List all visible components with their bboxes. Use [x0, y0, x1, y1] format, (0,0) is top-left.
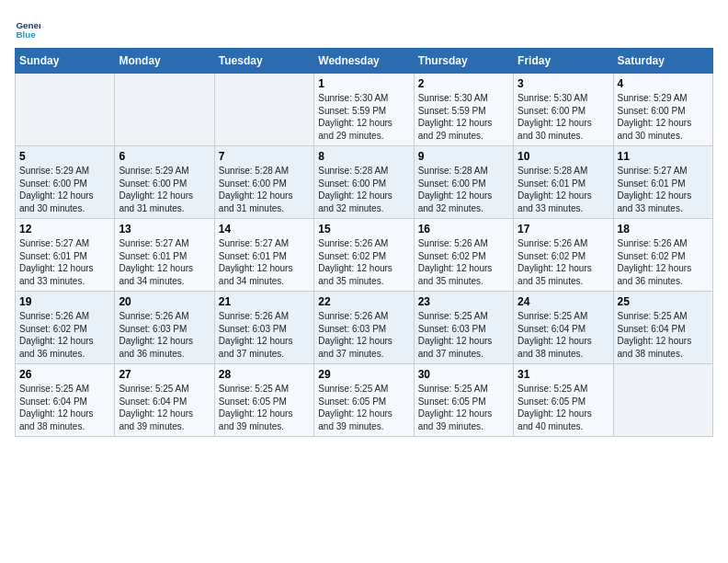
calendar-cell: 16Sunrise: 5:26 AM Sunset: 6:02 PM Dayli…	[414, 219, 513, 292]
day-info: Sunrise: 5:26 AM Sunset: 6:03 PM Dayligh…	[119, 310, 210, 360]
day-number: 4	[618, 77, 709, 90]
day-info: Sunrise: 5:28 AM Sunset: 6:01 PM Dayligh…	[518, 165, 609, 214]
day-number: 31	[518, 368, 609, 381]
day-info: Sunrise: 5:29 AM Sunset: 6:00 PM Dayligh…	[19, 165, 110, 214]
day-info: Sunrise: 5:30 AM Sunset: 5:59 PM Dayligh…	[418, 92, 509, 142]
header-day-saturday: Saturday	[613, 49, 712, 74]
calendar-header-row: SundayMondayTuesdayWednesdayThursdayFrid…	[16, 49, 713, 74]
day-info: Sunrise: 5:25 AM Sunset: 6:04 PM Dayligh…	[119, 383, 210, 432]
day-number: 9	[418, 150, 509, 163]
day-number: 27	[119, 368, 210, 381]
day-info: Sunrise: 5:25 AM Sunset: 6:04 PM Dayligh…	[19, 383, 110, 432]
day-info: Sunrise: 5:25 AM Sunset: 6:05 PM Dayligh…	[518, 383, 609, 432]
day-number: 19	[19, 295, 110, 308]
day-number: 11	[618, 150, 709, 163]
calendar-cell: 9Sunrise: 5:28 AM Sunset: 6:00 PM Daylig…	[414, 146, 513, 219]
calendar-cell: 15Sunrise: 5:26 AM Sunset: 6:02 PM Dayli…	[314, 219, 414, 292]
day-number: 23	[418, 295, 509, 308]
calendar-cell: 28Sunrise: 5:25 AM Sunset: 6:05 PM Dayli…	[214, 364, 313, 437]
header-day-monday: Monday	[115, 49, 214, 74]
calendar-cell: 1Sunrise: 5:30 AM Sunset: 5:59 PM Daylig…	[314, 74, 414, 146]
day-number: 13	[119, 223, 210, 236]
day-info: Sunrise: 5:25 AM Sunset: 6:05 PM Dayligh…	[418, 383, 509, 432]
day-number: 12	[19, 223, 110, 236]
calendar-cell: 3Sunrise: 5:30 AM Sunset: 6:00 PM Daylig…	[514, 74, 613, 146]
day-info: Sunrise: 5:27 AM Sunset: 6:01 PM Dayligh…	[119, 237, 210, 287]
logo-icon: General Blue	[15, 15, 40, 40]
calendar-cell: 30Sunrise: 5:25 AM Sunset: 6:05 PM Dayli…	[414, 364, 513, 437]
calendar-cell: 6Sunrise: 5:29 AM Sunset: 6:00 PM Daylig…	[115, 146, 214, 219]
day-number: 25	[618, 295, 709, 308]
day-info: Sunrise: 5:25 AM Sunset: 6:05 PM Dayligh…	[318, 383, 409, 432]
day-number: 5	[19, 150, 110, 163]
day-info: Sunrise: 5:25 AM Sunset: 6:05 PM Dayligh…	[219, 383, 310, 432]
day-info: Sunrise: 5:26 AM Sunset: 6:02 PM Dayligh…	[418, 237, 509, 287]
calendar-cell: 26Sunrise: 5:25 AM Sunset: 6:04 PM Dayli…	[16, 364, 115, 437]
day-number: 28	[219, 368, 310, 381]
calendar-week-1: 1Sunrise: 5:30 AM Sunset: 5:59 PM Daylig…	[16, 74, 713, 146]
day-info: Sunrise: 5:26 AM Sunset: 6:02 PM Dayligh…	[618, 237, 709, 287]
day-number: 10	[518, 150, 609, 163]
day-number: 20	[119, 295, 210, 308]
calendar-cell: 14Sunrise: 5:27 AM Sunset: 6:01 PM Dayli…	[214, 219, 313, 292]
calendar-cell: 19Sunrise: 5:26 AM Sunset: 6:02 PM Dayli…	[16, 292, 115, 364]
day-number: 8	[318, 150, 409, 163]
calendar-week-3: 12Sunrise: 5:27 AM Sunset: 6:01 PM Dayli…	[16, 219, 713, 292]
day-info: Sunrise: 5:26 AM Sunset: 6:02 PM Dayligh…	[318, 237, 409, 287]
day-number: 29	[318, 368, 409, 381]
day-info: Sunrise: 5:27 AM Sunset: 6:01 PM Dayligh…	[219, 237, 310, 287]
day-number: 26	[19, 368, 110, 381]
day-info: Sunrise: 5:27 AM Sunset: 6:01 PM Dayligh…	[618, 165, 709, 214]
calendar-cell: 17Sunrise: 5:26 AM Sunset: 6:02 PM Dayli…	[514, 219, 613, 292]
calendar-cell: 10Sunrise: 5:28 AM Sunset: 6:01 PM Dayli…	[514, 146, 613, 219]
calendar-cell	[613, 364, 712, 437]
calendar-cell: 18Sunrise: 5:26 AM Sunset: 6:02 PM Dayli…	[613, 219, 712, 292]
page-header: General Blue	[15, 15, 713, 40]
header-day-tuesday: Tuesday	[214, 49, 313, 74]
day-number: 1	[318, 77, 409, 90]
calendar-cell: 31Sunrise: 5:25 AM Sunset: 6:05 PM Dayli…	[514, 364, 613, 437]
header-day-thursday: Thursday	[414, 49, 513, 74]
calendar-cell: 5Sunrise: 5:29 AM Sunset: 6:00 PM Daylig…	[16, 146, 115, 219]
day-number: 6	[119, 150, 210, 163]
day-info: Sunrise: 5:25 AM Sunset: 6:03 PM Dayligh…	[418, 310, 509, 360]
calendar-cell: 23Sunrise: 5:25 AM Sunset: 6:03 PM Dayli…	[414, 292, 513, 364]
day-number: 24	[518, 295, 609, 308]
svg-text:Blue: Blue	[16, 29, 36, 40]
day-info: Sunrise: 5:26 AM Sunset: 6:02 PM Dayligh…	[518, 237, 609, 287]
day-number: 21	[219, 295, 310, 308]
day-info: Sunrise: 5:26 AM Sunset: 6:03 PM Dayligh…	[318, 310, 409, 360]
day-info: Sunrise: 5:27 AM Sunset: 6:01 PM Dayligh…	[19, 237, 110, 287]
day-info: Sunrise: 5:26 AM Sunset: 6:02 PM Dayligh…	[19, 310, 110, 360]
logo: General Blue	[15, 15, 44, 40]
day-number: 18	[618, 223, 709, 236]
calendar-cell	[214, 74, 313, 146]
calendar-cell	[16, 74, 115, 146]
header-day-wednesday: Wednesday	[314, 49, 414, 74]
day-info: Sunrise: 5:25 AM Sunset: 6:04 PM Dayligh…	[618, 310, 709, 360]
calendar-week-2: 5Sunrise: 5:29 AM Sunset: 6:00 PM Daylig…	[16, 146, 713, 219]
calendar-cell: 21Sunrise: 5:26 AM Sunset: 6:03 PM Dayli…	[214, 292, 313, 364]
day-number: 2	[418, 77, 509, 90]
calendar-cell: 8Sunrise: 5:28 AM Sunset: 6:00 PM Daylig…	[314, 146, 414, 219]
day-number: 30	[418, 368, 509, 381]
header-day-friday: Friday	[514, 49, 613, 74]
calendar-cell: 11Sunrise: 5:27 AM Sunset: 6:01 PM Dayli…	[613, 146, 712, 219]
header-day-sunday: Sunday	[16, 49, 115, 74]
calendar-cell: 12Sunrise: 5:27 AM Sunset: 6:01 PM Dayli…	[16, 219, 115, 292]
day-number: 16	[418, 223, 509, 236]
calendar-cell: 4Sunrise: 5:29 AM Sunset: 6:00 PM Daylig…	[613, 74, 712, 146]
calendar-cell: 2Sunrise: 5:30 AM Sunset: 5:59 PM Daylig…	[414, 74, 513, 146]
calendar-cell: 24Sunrise: 5:25 AM Sunset: 6:04 PM Dayli…	[514, 292, 613, 364]
day-info: Sunrise: 5:29 AM Sunset: 6:00 PM Dayligh…	[618, 92, 709, 142]
day-info: Sunrise: 5:28 AM Sunset: 6:00 PM Dayligh…	[418, 165, 509, 214]
calendar-cell: 20Sunrise: 5:26 AM Sunset: 6:03 PM Dayli…	[115, 292, 214, 364]
calendar-week-4: 19Sunrise: 5:26 AM Sunset: 6:02 PM Dayli…	[16, 292, 713, 364]
day-info: Sunrise: 5:25 AM Sunset: 6:04 PM Dayligh…	[518, 310, 609, 360]
calendar-cell: 29Sunrise: 5:25 AM Sunset: 6:05 PM Dayli…	[314, 364, 414, 437]
day-info: Sunrise: 5:28 AM Sunset: 6:00 PM Dayligh…	[318, 165, 409, 214]
calendar-cell: 25Sunrise: 5:25 AM Sunset: 6:04 PM Dayli…	[613, 292, 712, 364]
day-number: 15	[318, 223, 409, 236]
calendar-cell: 22Sunrise: 5:26 AM Sunset: 6:03 PM Dayli…	[314, 292, 414, 364]
day-info: Sunrise: 5:30 AM Sunset: 5:59 PM Dayligh…	[318, 92, 409, 142]
